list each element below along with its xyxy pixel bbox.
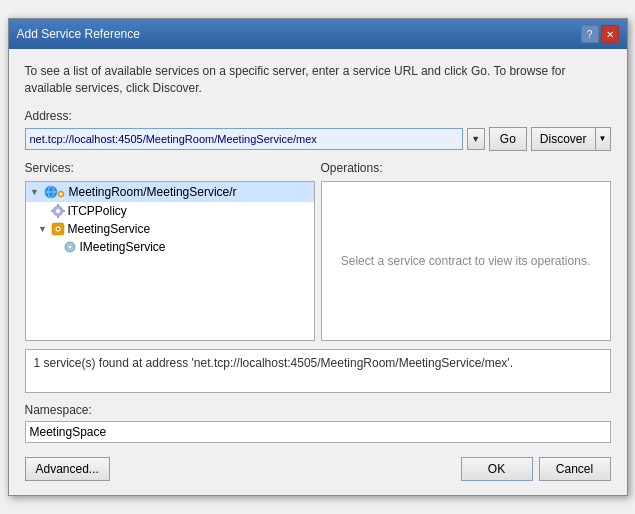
namespace-input[interactable] xyxy=(25,421,611,443)
services-label: Services: xyxy=(25,161,315,175)
tree-item-itcppolicy[interactable]: ▶ ITCPPolicy xyxy=(26,202,314,220)
operations-panel: Select a service contract to view its op… xyxy=(321,181,611,341)
advanced-button[interactable]: Advanced... xyxy=(25,457,110,481)
tree-item-meetingservice-label: MeetingService xyxy=(68,222,151,236)
help-button[interactable]: ? xyxy=(581,25,599,43)
tree-item-itcppolicy-label: ITCPPolicy xyxy=(68,204,127,218)
go-button[interactable]: Go xyxy=(489,127,527,151)
add-service-reference-dialog: Add Service Reference ? ✕ To see a list … xyxy=(8,18,628,496)
tree-item-imeetingservice[interactable]: ▶ IMeetingService xyxy=(26,238,314,256)
dialog-title: Add Service Reference xyxy=(17,27,140,41)
discover-arrow-button[interactable]: ▼ xyxy=(595,127,611,151)
tree-item-meetingservice[interactable]: ▼ MeetingService xyxy=(26,220,314,238)
svg-point-13 xyxy=(56,228,58,230)
settings-overlay-icon xyxy=(56,189,66,199)
operations-placeholder: Select a service contract to view its op… xyxy=(341,254,590,268)
title-bar-controls: ? ✕ xyxy=(581,25,619,43)
status-box: 1 service(s) found at address 'net.tcp:/… xyxy=(25,349,611,393)
discover-main-button[interactable]: Discover xyxy=(531,127,595,151)
operations-label: Operations: xyxy=(321,161,611,175)
expand-icon: ▼ xyxy=(30,187,40,197)
tree-item-root-label: MeetingRoom/MeetingService/r xyxy=(69,185,237,199)
address-label: Address: xyxy=(25,109,611,123)
description-text: To see a list of available services on a… xyxy=(25,63,611,97)
discover-button-group: Discover ▼ xyxy=(531,127,611,151)
service-icon xyxy=(51,222,65,236)
tree-item-root[interactable]: ▼ MeetingRoom/MeetingService/r xyxy=(26,182,314,202)
gear-small-icon xyxy=(51,204,65,218)
interface-icon xyxy=(63,240,77,254)
close-button[interactable]: ✕ xyxy=(601,25,619,43)
title-bar: Add Service Reference ? ✕ xyxy=(9,19,627,49)
cancel-button[interactable]: Cancel xyxy=(539,457,611,481)
address-row: ▼ Go Discover ▼ xyxy=(25,127,611,151)
tree-item-imeetingservice-label: IMeetingService xyxy=(80,240,166,254)
status-text: 1 service(s) found at address 'net.tcp:/… xyxy=(34,356,513,370)
expand-icon-meeting: ▼ xyxy=(38,224,48,234)
ok-button[interactable]: OK xyxy=(461,457,533,481)
panels-row: ▼ MeetingRoom/MeetingService/r xyxy=(25,181,611,341)
svg-point-6 xyxy=(56,209,60,213)
bottom-row: Advanced... OK Cancel xyxy=(25,457,611,481)
leaf-spacer: ▶ xyxy=(38,206,48,216)
address-dropdown-button[interactable]: ▼ xyxy=(467,128,485,150)
namespace-label: Namespace: xyxy=(25,403,611,417)
svg-point-15 xyxy=(68,245,72,249)
address-input[interactable] xyxy=(25,128,463,150)
ok-cancel-buttons: OK Cancel xyxy=(461,457,611,481)
namespace-section: Namespace: xyxy=(25,403,611,443)
services-panel[interactable]: ▼ MeetingRoom/MeetingService/r xyxy=(25,181,315,341)
leaf-spacer2: ▶ xyxy=(50,242,60,252)
svg-point-4 xyxy=(59,192,62,195)
dialog-body: To see a list of available services on a… xyxy=(9,49,627,495)
